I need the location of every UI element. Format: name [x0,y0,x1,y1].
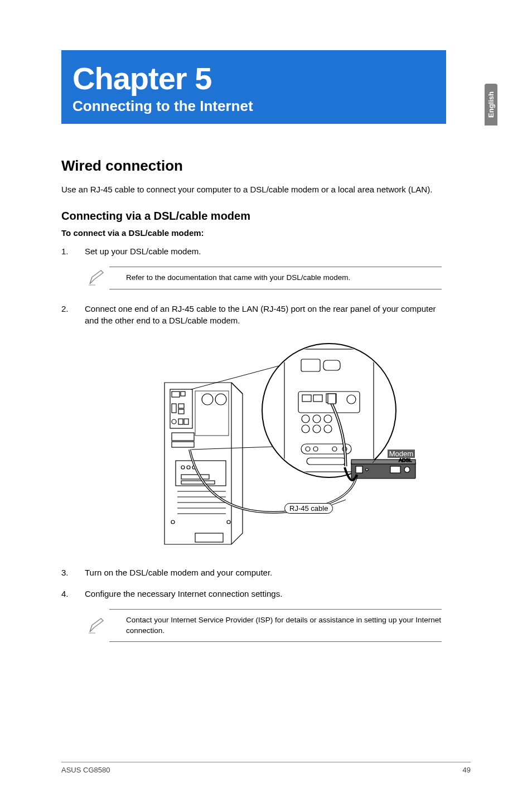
step-text: Turn on the DSL/cable modem and your com… [85,567,452,579]
svg-point-28 [171,520,175,524]
svg-point-60 [404,467,410,472]
section-intro: Use an RJ-45 cable to connect your compu… [61,183,452,195]
chapter-title: Chapter 5 [72,60,435,96]
svg-rect-59 [390,466,400,473]
svg-point-17 [181,466,185,469]
note-box: Refer to the documentation that came wit… [85,267,442,289]
svg-rect-9 [178,419,183,424]
step-number: 1. [61,245,85,258]
svg-rect-36 [302,395,311,402]
pencil-icon [85,617,109,634]
svg-point-44 [313,425,321,433]
svg-point-18 [187,466,190,469]
svg-rect-52 [328,394,336,404]
step-number: 2. [61,303,85,327]
svg-text:ADSL: ADSL [399,457,412,463]
svg-point-58 [366,468,368,471]
svg-point-45 [324,425,332,433]
svg-rect-10 [184,419,188,424]
step-list: 2. Connect one end of an RJ-45 cable to … [61,303,452,327]
language-tab: English [485,84,497,125]
diagram-label-cable: RJ-45 cable [284,503,333,514]
step-item: 2. Connect one end of an RJ-45 cable to … [61,303,452,327]
svg-rect-57 [356,466,362,473]
footer-page-number: 49 [463,766,471,774]
svg-point-8 [172,419,176,424]
footer-product: ASUS CG8580 [61,766,110,774]
svg-point-40 [302,415,309,423]
section-heading: Wired connection [61,157,471,175]
svg-point-41 [313,415,321,423]
step-item: 1. Set up your DSL/cable modem. [61,245,452,258]
pencil-icon [85,269,109,286]
chapter-banner: Chapter 5 Connecting to the Internet [61,50,446,124]
svg-rect-34 [323,360,340,370]
svg-rect-14 [172,433,194,441]
svg-rect-3 [172,392,180,397]
step-text: Connect one end of an RJ-45 cable to the… [85,303,452,327]
step-list: 1. Set up your DSL/cable modem. [61,245,452,258]
step-number: 4. [61,588,85,600]
step-item: 4. Configure the necessary Internet conn… [61,588,452,600]
svg-rect-27 [195,533,223,542]
svg-point-47 [306,447,310,451]
svg-rect-15 [172,442,194,447]
svg-rect-37 [313,395,322,402]
subsection-heading: Connecting via a DSL/cable modem [61,210,471,223]
svg-rect-6 [178,404,184,408]
connection-diagram: ADSL Modem RJ-45 cable [106,338,418,550]
svg-rect-7 [178,409,184,414]
note-text: Contact your Internet Service Provider (… [109,609,442,642]
svg-rect-4 [181,392,185,396]
step-text: Configure the necessary Internet connect… [85,588,452,600]
step-list: 3. Turn on the DSL/cable modem and your … [61,567,452,600]
page-footer: ASUS CG8580 49 [61,762,471,774]
svg-point-43 [302,425,309,433]
step-number: 3. [61,567,85,579]
svg-point-29 [227,520,230,524]
note-box: Contact your Internet Service Provider (… [85,609,442,642]
svg-rect-51 [307,458,346,465]
svg-rect-21 [181,481,215,484]
step-text: Set up your DSL/cable modem. [85,245,452,258]
svg-rect-5 [172,404,176,413]
svg-rect-33 [301,359,320,371]
svg-point-39 [347,395,356,404]
chapter-subtitle: Connecting to the Internet [72,98,435,115]
svg-point-42 [324,415,332,423]
step-item: 3. Turn on the DSL/cable modem and your … [61,567,452,579]
subsection-lead: To connect via a DSL/cable modem: [61,228,471,238]
svg-point-48 [313,447,318,451]
diagram-label-modem: Modem [388,450,415,458]
note-text: Refer to the documentation that came wit… [109,267,442,289]
svg-point-49 [332,447,337,451]
svg-rect-20 [181,475,209,479]
